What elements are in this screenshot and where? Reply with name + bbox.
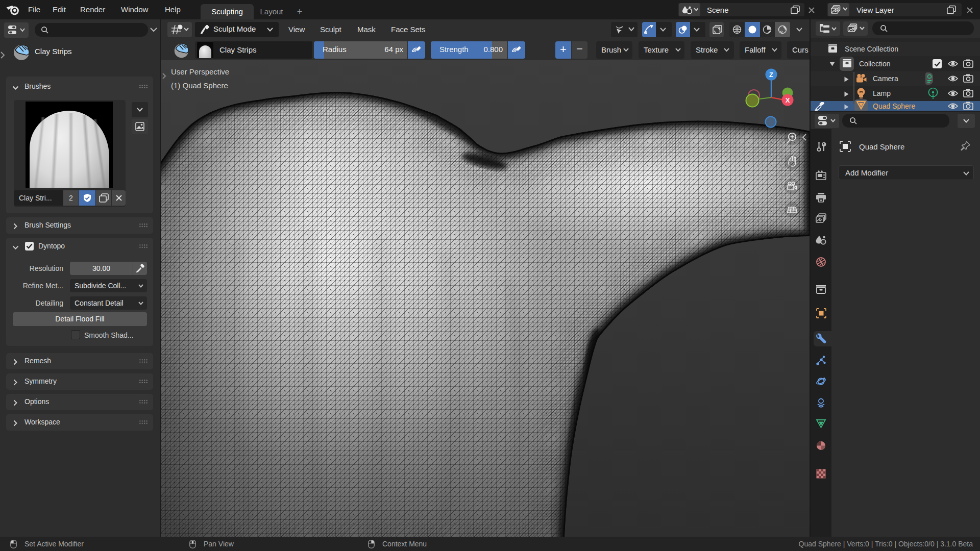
svg-text:X: X <box>786 96 790 104</box>
svg-text:Z: Z <box>769 71 773 79</box>
